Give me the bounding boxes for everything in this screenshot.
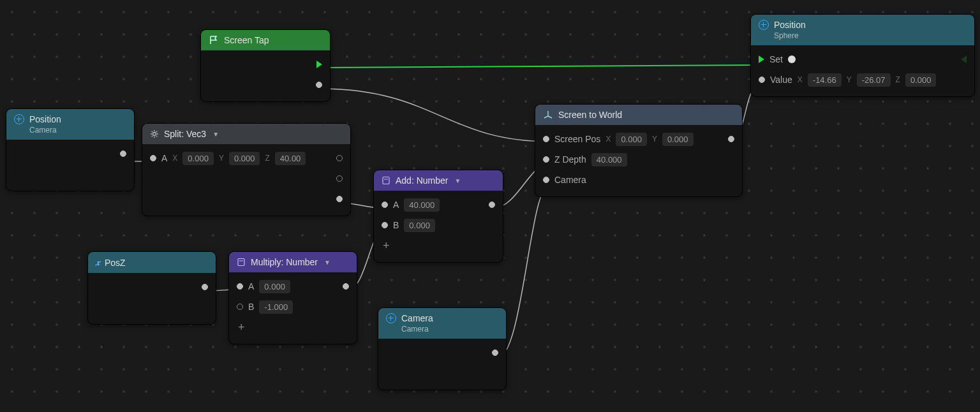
add-input-button[interactable]: + — [382, 238, 391, 254]
node-position-camera[interactable]: Position Camera — [6, 108, 135, 191]
input-port-camera[interactable] — [543, 177, 549, 183]
node-header[interactable]: Multiply: Number ▼ — [229, 252, 357, 272]
axis-x-label: X — [172, 154, 177, 163]
value-x[interactable]: 0.000 — [182, 152, 214, 165]
node-screen-tap[interactable]: Screen Tap — [200, 29, 330, 102]
calculator-icon — [237, 258, 246, 267]
input-label-b: B — [393, 220, 399, 230]
node-title: Screen Tap — [224, 35, 269, 45]
toggle-dot[interactable] — [788, 55, 796, 63]
output-port[interactable] — [120, 151, 126, 157]
value-x[interactable]: -14.66 — [808, 73, 842, 87]
chevron-down-icon[interactable]: ▼ — [454, 177, 461, 184]
label-screenpos: Screen Pos — [554, 134, 600, 144]
node-header[interactable]: Position Sphere — [751, 15, 974, 45]
node-header[interactable]: Position Camera — [6, 109, 134, 140]
exec-out-port[interactable] — [961, 55, 967, 63]
node-add[interactable]: Add: Number ▼ A 40.000 B 0.000 + — [373, 170, 503, 263]
node-subtitle: Sphere — [774, 31, 967, 40]
node-header[interactable]: Split: Vec3 ▼ — [142, 124, 350, 144]
output-port[interactable] — [728, 136, 734, 142]
axis-y-label: Y — [652, 135, 657, 143]
node-split-vec3[interactable]: Split: Vec3 ▼ A X 0.000 Y 0.000 Z 40.00 — [142, 123, 351, 216]
axis-z-label: Z — [896, 75, 900, 84]
node-posz[interactable]: 𝑥 PosZ — [87, 251, 216, 325]
value-z[interactable]: 40.00 — [275, 152, 306, 165]
value-y[interactable]: 0.000 — [229, 152, 260, 165]
output-port[interactable] — [202, 284, 208, 290]
output-port[interactable] — [489, 202, 495, 208]
output-port-y[interactable] — [336, 175, 343, 182]
node-title: Multiply: Number — [251, 257, 318, 267]
value-y[interactable]: 0.000 — [662, 133, 694, 146]
input-port[interactable] — [150, 155, 156, 161]
node-title: Camera — [401, 313, 433, 323]
label-set: Set — [769, 54, 783, 64]
calculator-icon — [382, 176, 390, 185]
plus-circle-icon — [386, 313, 396, 323]
input-port-zdepth[interactable] — [543, 156, 549, 163]
label-camera: Camera — [554, 175, 586, 185]
input-label-a: A — [393, 200, 399, 210]
value-a[interactable]: 40.000 — [404, 198, 440, 212]
output-port[interactable] — [316, 82, 322, 88]
input-port-b[interactable] — [382, 222, 388, 228]
output-port[interactable] — [492, 349, 498, 356]
input-label-a: A — [248, 281, 254, 291]
node-title: PosZ — [105, 258, 126, 268]
input-port-value[interactable] — [759, 77, 765, 83]
svg-point-0 — [153, 133, 156, 136]
node-header[interactable]: Screen to World — [535, 105, 742, 125]
input-label-a: A — [161, 153, 167, 163]
node-title: Add: Number — [396, 175, 448, 186]
chevron-down-icon[interactable]: ▼ — [212, 131, 219, 138]
node-camera[interactable]: Camera Camera — [378, 307, 507, 390]
value-b[interactable]: -1.000 — [259, 300, 293, 314]
node-subtitle: Camera — [401, 325, 498, 334]
value-b[interactable]: 0.000 — [404, 219, 435, 232]
exec-in-port[interactable] — [759, 55, 764, 63]
node-position-sphere[interactable]: Position Sphere Set Value X -14.66 Y -26… — [750, 14, 975, 97]
output-port-z[interactable] — [336, 196, 343, 202]
axis-y-label: Y — [847, 75, 852, 84]
node-header[interactable]: Camera Camera — [378, 308, 506, 339]
node-screen-to-world[interactable]: Screen to World Screen Pos X 0.000 Y 0.0… — [535, 104, 743, 197]
plus-circle-icon — [759, 20, 769, 30]
input-port-a[interactable] — [382, 202, 388, 208]
variable-icon: 𝑥 — [96, 257, 100, 268]
node-header[interactable]: 𝑥 PosZ — [88, 252, 216, 273]
value-zdepth[interactable]: 40.000 — [591, 153, 627, 166]
svg-rect-1 — [238, 259, 244, 266]
gear-icon — [150, 129, 159, 138]
node-title: Screen to World — [558, 110, 622, 120]
node-header[interactable]: Screen Tap — [201, 30, 330, 50]
axis-y-label: Y — [219, 154, 224, 163]
node-title: Position — [774, 20, 806, 30]
exec-out-port[interactable] — [316, 61, 322, 68]
axis-icon — [543, 110, 553, 120]
value-y[interactable]: -26.07 — [857, 73, 891, 87]
value-a[interactable]: 0.000 — [259, 280, 290, 293]
node-multiply[interactable]: Multiply: Number ▼ A 0.000 B -1.000 + — [228, 251, 357, 344]
axis-z-label: Z — [265, 154, 269, 163]
node-header[interactable]: Add: Number ▼ — [374, 170, 503, 191]
output-port-x[interactable] — [336, 155, 343, 161]
flag-icon — [209, 35, 219, 45]
input-label-b: B — [248, 302, 254, 312]
axis-x-label: X — [798, 75, 803, 84]
value-z[interactable]: 0.000 — [905, 73, 937, 87]
output-port[interactable] — [343, 283, 349, 290]
label-value: Value — [770, 75, 792, 85]
add-input-button[interactable]: + — [237, 320, 246, 335]
chevron-down-icon[interactable]: ▼ — [324, 259, 330, 266]
plus-circle-icon — [14, 114, 24, 124]
input-port-screenpos[interactable] — [543, 136, 549, 142]
label-zdepth: Z Depth — [554, 154, 586, 165]
axis-x-label: X — [605, 135, 611, 143]
node-subtitle: Camera — [29, 126, 126, 135]
node-title: Position — [29, 114, 61, 124]
input-port-a[interactable] — [237, 283, 243, 290]
input-port-b[interactable] — [237, 304, 243, 310]
svg-rect-3 — [383, 177, 389, 184]
value-x[interactable]: 0.000 — [616, 133, 647, 146]
